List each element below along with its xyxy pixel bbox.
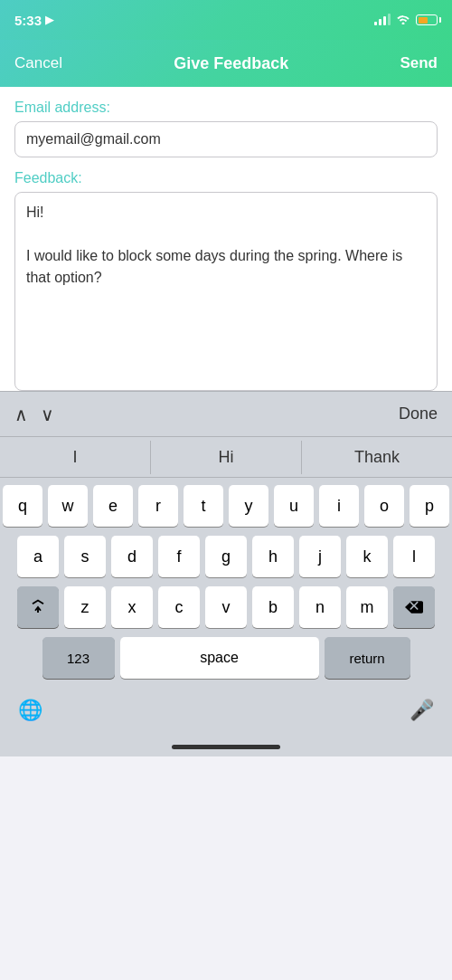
signal-icon (374, 14, 391, 25)
location-icon: ▶ (45, 14, 53, 26)
autocomplete-item-2[interactable]: Hi (151, 441, 302, 474)
key-y[interactable]: y (229, 485, 268, 527)
form-content: Email address: myemail@gmail.com Feedbac… (0, 87, 452, 391)
email-input[interactable]: myemail@gmail.com (14, 121, 438, 157)
key-a[interactable]: a (17, 536, 59, 577)
key-b[interactable]: b (252, 586, 294, 628)
key-t[interactable]: t (184, 485, 223, 527)
email-label: Email address: (14, 100, 438, 116)
feedback-text: Hi!I would like to block some days durin… (26, 202, 426, 289)
keyboard: q w e r t y u i o p a s d f g h j k l z … (0, 478, 452, 691)
keyboard-row-4: 123 space return (3, 637, 449, 679)
globe-icon[interactable]: 🌐 (18, 699, 42, 722)
feedback-input[interactable]: Hi!I would like to block some days durin… (14, 192, 438, 391)
wifi-icon (396, 14, 410, 27)
feedback-label: Feedback: (14, 170, 438, 186)
key-l[interactable]: l (393, 536, 435, 577)
key-i[interactable]: i (319, 485, 359, 527)
delete-key[interactable] (393, 586, 435, 628)
toolbar-nav: ∧ ∨ (14, 404, 54, 425)
page-title: Give Feedback (174, 54, 288, 73)
battery-icon (416, 14, 438, 25)
next-field-button[interactable]: ∨ (41, 404, 54, 425)
autocomplete-bar: I Hi Thank (0, 436, 452, 478)
status-time: 5:33 ▶ (14, 13, 53, 28)
cancel-button[interactable]: Cancel (14, 54, 62, 72)
key-h[interactable]: h (252, 536, 294, 577)
nav-bar: Cancel Give Feedback Send (0, 40, 452, 87)
home-indicator (0, 737, 452, 756)
numbers-key[interactable]: 123 (42, 637, 115, 679)
key-r[interactable]: r (138, 485, 178, 527)
key-g[interactable]: g (205, 536, 247, 577)
key-s[interactable]: s (64, 536, 106, 577)
status-icons (374, 14, 438, 27)
feedback-section: Feedback: Hi!I would like to block some … (0, 170, 452, 391)
keyboard-toolbar: ∧ ∨ Done (0, 391, 452, 436)
done-button[interactable]: Done (399, 404, 438, 423)
space-key[interactable]: space (120, 637, 319, 679)
key-m[interactable]: m (346, 586, 388, 628)
autocomplete-item-1[interactable]: I (0, 441, 151, 474)
key-j[interactable]: j (299, 536, 341, 577)
key-n[interactable]: n (299, 586, 341, 628)
home-bar (172, 745, 280, 749)
autocomplete-item-3[interactable]: Thank (302, 441, 452, 474)
key-q[interactable]: q (3, 485, 42, 527)
key-z[interactable]: z (64, 586, 106, 628)
keyboard-row-3: z x c v b n m (3, 586, 449, 628)
key-w[interactable]: w (48, 485, 88, 527)
bottom-bar: 🌐 🎤 (0, 691, 452, 737)
prev-field-button[interactable]: ∧ (14, 404, 28, 425)
microphone-icon[interactable]: 🎤 (410, 699, 434, 722)
key-k[interactable]: k (346, 536, 388, 577)
key-v[interactable]: v (205, 586, 247, 628)
keyboard-row-1: q w e r t y u i o p (3, 485, 449, 527)
keyboard-row-2: a s d f g h j k l (3, 536, 449, 577)
key-p[interactable]: p (410, 485, 449, 527)
key-d[interactable]: d (111, 536, 153, 577)
shift-key[interactable] (17, 586, 59, 628)
key-f[interactable]: f (158, 536, 200, 577)
key-u[interactable]: u (274, 485, 314, 527)
key-e[interactable]: e (93, 485, 133, 527)
key-c[interactable]: c (158, 586, 200, 628)
status-bar: 5:33 ▶ (0, 0, 452, 40)
key-x[interactable]: x (111, 586, 153, 628)
email-value: myemail@gmail.com (26, 131, 161, 147)
key-o[interactable]: o (364, 485, 404, 527)
return-key[interactable]: return (325, 637, 410, 679)
send-button[interactable]: Send (400, 54, 438, 72)
email-section: Email address: myemail@gmail.com (0, 87, 452, 157)
